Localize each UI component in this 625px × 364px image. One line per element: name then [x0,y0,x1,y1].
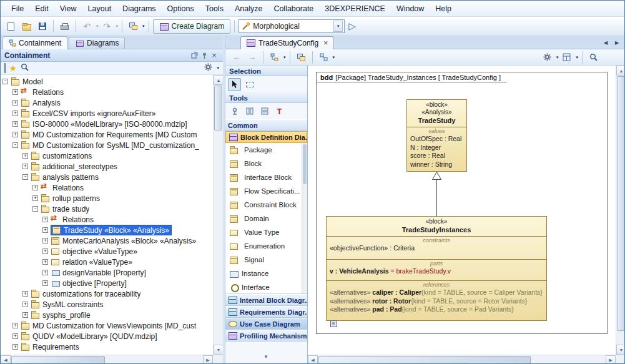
scrollbar-thumb[interactable] [11,356,105,364]
scroll-up-icon[interactable]: ▲ [214,75,224,85]
tree-item-relations[interactable]: Relations [1,214,213,225]
expand-toggle-icon[interactable] [12,333,18,339]
related-elements-icon[interactable] [294,50,308,64]
tree-item-md-customization-sysml[interactable]: MD Customization for SysML [MD_customiza… [1,140,213,150]
print-icon[interactable] [57,19,72,34]
tree-item-relations[interactable]: Relations [1,87,213,97]
favorites-icon[interactable]: ★ [9,64,17,73]
palette-item-value-type[interactable]: Value Type▾ [225,225,307,239]
tree-item-md-customization-viewsviewpoints[interactable]: MD Customization for ViewsViewpoints [MD… [1,320,213,331]
settings-gear-icon[interactable] [204,63,212,73]
menu-layout[interactable]: Layout [82,2,117,16]
previous-tab-icon[interactable]: ◀ [601,37,611,47]
palette-item-signal[interactable]: Signal [225,253,307,267]
menu-file[interactable]: File [6,2,29,16]
palette-item-interface-block[interactable]: Interface Block [225,170,307,184]
generalization-arrowhead[interactable] [432,172,441,180]
undo-chevron-icon[interactable]: ▾ [96,24,99,29]
menu-options[interactable]: Options [162,2,200,16]
close-tab-icon[interactable]: × [323,39,328,47]
tree-item-iso-80000[interactable]: ISO-80000 «ModelLibrary» [ISO-80000.mdzi… [1,119,213,129]
related-elements-chevron-icon[interactable]: ▾ [142,24,145,29]
scroll-right-icon[interactable]: ▶ [606,355,616,364]
frame-properties-icon[interactable] [330,320,337,327]
run-perspective-icon[interactable]: ▷ [348,21,356,32]
gear-icon[interactable] [540,50,554,64]
tree-horizontal-scrollbar[interactable]: ◀ ▶ [1,355,213,364]
palette-item-flow-specification[interactable]: Flow Specificati... [225,184,307,198]
expand-toggle-icon[interactable] [32,195,38,201]
expand-toggle-icon[interactable] [42,259,48,265]
expand-toggle-icon[interactable] [12,132,18,137]
create-diagram-button[interactable]: Create Diagram [153,19,231,34]
redo-chevron-icon[interactable]: ▾ [116,24,119,29]
palette-item-enumeration[interactable]: Enumeration [225,239,307,253]
scrollbar-thumb[interactable] [303,144,307,184]
part-line[interactable]: v : VehicleAnalysis = brakeTradeStudy.v [327,267,546,276]
palette-category-requirements[interactable]: Requirements Diagr... [225,306,307,318]
menu-analyze[interactable]: Analyze [229,2,268,16]
palette-item-instance[interactable]: Instance [225,267,307,280]
combobox-dropdown-icon[interactable]: ▾ [333,21,343,32]
tree-item-qudv[interactable]: QUDV «ModelLibrary» [QUDV.mdzip] [1,331,213,342]
pin-panel-icon[interactable] [199,51,209,60]
expand-toggle-icon[interactable] [42,217,48,222]
tree-item-objective-valuetype[interactable]: objective «ValueType» [1,246,213,257]
tree-item-designvariable-property[interactable]: designVariable [Property] [1,267,213,278]
expand-toggle-icon[interactable] [12,344,18,350]
palette-category-internal-block[interactable]: Internal Block Diagr... [225,294,307,306]
tree-item-customizations[interactable]: customizations [1,150,213,161]
tree-item-analysis-patterns[interactable]: analysis patterns [1,172,213,182]
menu-edit[interactable]: Edit [29,2,54,16]
menu-help[interactable]: Help [430,2,457,16]
tree-item-sysphs-profile[interactable]: sysphs_profile [1,310,213,320]
collapse-toggle-icon[interactable] [32,206,38,212]
menu-tools[interactable]: Tools [200,2,229,16]
expand-toggle-icon[interactable] [12,323,18,328]
scroll-down-icon[interactable]: ▼ [214,345,224,355]
new-project-icon[interactable] [4,19,18,34]
menu-view[interactable]: View [54,2,82,16]
menu-window[interactable]: Window [391,2,430,16]
scrollbar-thumb[interactable] [617,76,625,331]
menu-diagrams[interactable]: Diagrams [117,2,162,16]
expand-toggle-icon[interactable] [12,111,18,116]
window-layout-icon[interactable] [559,50,574,64]
value-line[interactable]: winner : String [407,160,466,169]
palette-item-domain[interactable]: Domain▾ [225,212,307,225]
show-containment-icon[interactable] [267,50,282,64]
expand-toggle-icon[interactable] [22,164,28,169]
trade-study-instances-block[interactable]: «block» TradeStudyInstances constraints … [326,216,547,321]
redo-icon[interactable]: ↷ [100,19,114,34]
expand-toggle-icon[interactable] [22,312,28,318]
palette-item-interface[interactable]: Interface [225,280,307,294]
expand-toggle-icon[interactable] [22,291,28,297]
generalization-line[interactable] [436,180,437,216]
expand-toggle-icon[interactable] [42,248,48,254]
diagram-canvas[interactable]: bdd [Package] TradeStudy_Instances [ Tra… [308,66,625,364]
tree-item-customizations-traceability[interactable]: customizations for traceability [1,288,213,299]
scrollbar-thumb[interactable] [214,86,222,130]
constraint-line[interactable]: «objectiveFunction» : Criteria [327,244,546,253]
tree-item-relations[interactable]: Relations [1,182,213,193]
palette-item-package[interactable]: Package [225,143,307,157]
open-element-icon[interactable] [4,64,6,72]
menu-collaborate[interactable]: Collaborate [268,2,319,16]
tree-item-trade-study[interactable]: trade study [1,204,213,214]
canvas-horizontal-scrollbar[interactable]: ◀ ▶ [308,355,616,364]
canvas-vertical-scrollbar[interactable]: ▲ ▼ [616,66,625,355]
tree-item-excel-csv-imports[interactable]: Excel/CSV imports «ignoreAuxFilter» [1,108,213,119]
tree-vertical-scrollbar[interactable]: ▲ ▼ [213,75,223,355]
palette-category-profiling[interactable]: Profiling Mechanism [225,330,307,342]
expand-toggle-icon[interactable] [42,270,48,275]
window-layout-chevron-icon[interactable]: ▾ [576,55,578,60]
tree-item-sysml-constraints[interactable]: SysML constraints [1,299,213,310]
palette-scroll-more-icon[interactable]: ▼ [225,352,307,361]
reference-line[interactable]: «alternatives» pad : Pad{kind = TABLE, s… [327,305,546,314]
float-panel-icon[interactable] [189,51,199,60]
settings-chevron-icon[interactable]: ▾ [217,66,219,71]
expand-toggle-icon[interactable] [42,238,48,243]
vertical-separator-icon[interactable] [243,105,256,118]
tree-item-rollup-patterns[interactable]: rollup patterns [1,193,213,204]
undo-icon[interactable]: ↶ [80,19,94,34]
